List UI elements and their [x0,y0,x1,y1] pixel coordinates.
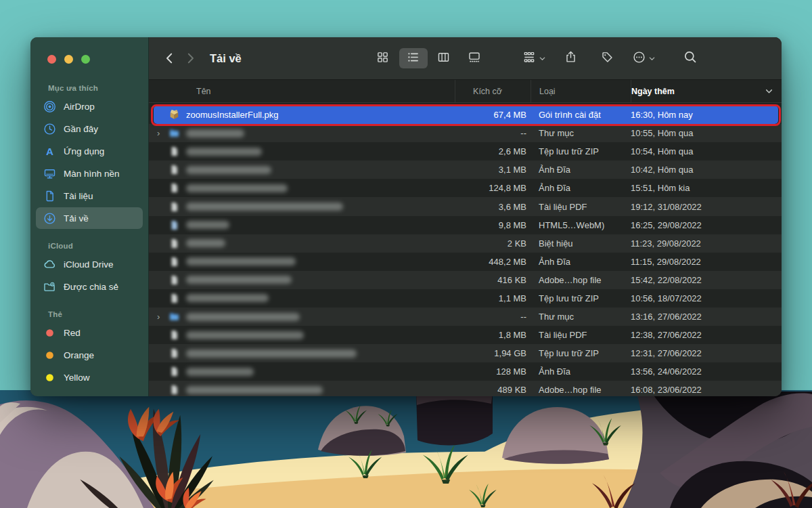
file-row[interactable]: 1,94 GB Tệp lưu trữ ZIP 12:31, 27/06/202… [149,344,782,362]
file-row[interactable]: zoomusInstallerFull.pkg 67,4 MB Gói trìn… [149,106,782,124]
file-name-cell [149,366,455,378]
sidebar-item-màn-hình-nền[interactable]: Màn hình nền [36,163,143,184]
column-view-button[interactable] [430,48,458,68]
file-date-added: 10:42, Hôm qua [631,165,782,175]
file-name-cell [149,219,455,231]
back-button[interactable] [160,48,180,68]
sort-direction-chevron-icon[interactable] [765,87,773,98]
file-date-added: 15:51, Hôm kia [631,183,782,193]
file-kind: Ảnh Đĩa [531,366,631,377]
forward-button[interactable] [180,48,200,68]
document-icon [168,292,181,304]
disclosure-triangle-icon[interactable]: › [157,312,168,321]
sidebar-section-gap [36,298,143,310]
column-header-name[interactable]: Tên [149,80,455,102]
file-date-added: 12:38, 27/06/2022 [631,330,782,340]
file-kind: Adobe…hop file [531,275,631,285]
toolbar-actions [520,48,659,68]
document-icon [168,200,181,213]
file-name-cell [149,384,455,396]
folder-icon [168,311,181,323]
list-header: Tên Kích cỡ Loại Ngày thêm [149,80,782,103]
sidebar-item-airdrop[interactable]: AirDrop [36,96,143,117]
column-header-kind[interactable]: Loại [531,80,631,102]
file-row[interactable]: 416 KB Adobe…hop file 15:42, 22/08/2022 [149,271,782,289]
sidebar-item-label: Tài liệu [64,191,93,201]
redacted-file-name [186,294,269,302]
file-row[interactable]: 2 KB Biệt hiệu 11:23, 29/08/2022 [149,234,782,253]
more-actions-button[interactable] [629,48,659,68]
share-button[interactable] [556,48,586,68]
file-kind: Tệp lưu trữ ZIP [531,146,631,156]
applications-icon: A [43,144,56,158]
sidebar-section-header: Thẻ [36,310,143,322]
sidebar-item-label: Yellow [64,373,90,383]
sidebar-item-ứng-dụng[interactable]: A Ứng dụng [36,140,143,162]
redacted-file-name [186,239,225,247]
file-row[interactable]: 9,8 MB HTML5…WebM) 16:25, 29/08/2022 [149,216,782,234]
tags-icon [601,51,614,66]
gallery-view-button[interactable] [460,48,489,68]
sidebar-item-được-chia-sẻ[interactable]: Được chia sẻ [36,276,143,297]
main-pane: Tải về Tên Kích cỡ Loại [149,37,782,396]
file-row[interactable]: 124,8 MB Ảnh Đĩa 15:51, Hôm kia [149,179,782,197]
file-row[interactable]: 3,6 MB Tài liệu PDF 19:12, 31/08/2022 [149,197,782,215]
window-controls [30,37,148,64]
file-row[interactable]: 3,1 MB Ảnh Đĩa 10:42, Hôm qua [149,161,782,179]
gallery-view-icon [468,51,481,66]
sidebar-item-tài-liệu[interactable]: Tài liệu [36,185,143,207]
list-view-button[interactable] [399,48,428,68]
file-date-added: 12:31, 27/06/2022 [631,348,782,358]
redacted-file-name [186,257,296,266]
redacted-file-name [186,203,343,211]
toolbar: Tải về [149,37,782,80]
search-icon [683,50,697,66]
file-row[interactable]: 1,8 MB Tài liệu PDF 12:38, 27/06/2022 [149,326,782,344]
more-actions-icon [633,51,646,66]
package-icon [168,109,181,121]
close-button[interactable] [47,55,56,64]
file-row[interactable]: › -- Thư mục 13:16, 27/06/2022 [149,308,782,326]
column-header-size[interactable]: Kích cỡ [455,80,531,102]
redacted-file-name [186,166,271,174]
tags-button[interactable] [593,48,623,68]
file-name-cell [149,255,455,268]
disclosure-triangle-icon[interactable]: › [157,129,168,137]
file-name-cell: › [149,127,455,140]
sidebar-item-tải-về[interactable]: Tải về [36,207,143,229]
sidebar-item-orange[interactable]: Orange [36,344,143,366]
redacted-file-name [186,129,244,137]
icon-view-button[interactable] [369,48,397,68]
file-row[interactable]: 128 MB Ảnh Đĩa 13:56, 24/06/2022 [149,362,782,381]
document-icon [168,255,181,268]
sidebar-item-label: Gần đây [64,124,98,134]
file-size: 3,1 MB [455,165,531,175]
file-name-cell: zoomusInstallerFull.pkg [149,109,455,121]
sidebar-item-red[interactable]: Red [36,322,143,343]
search-button[interactable] [683,48,697,68]
minimize-button[interactable] [64,55,73,64]
finder-window: Mục ưa thích AirDrop Gần đây A Ứng dụng … [30,37,782,396]
sidebar-item-yellow[interactable]: Yellow [36,366,143,388]
file-name-cell: › [149,311,455,323]
zoom-button[interactable] [81,55,90,64]
file-kind: Gói trình cài đặt [531,110,631,120]
file-size: 448,2 MB [455,257,531,267]
sidebar-item-gần-đây[interactable]: Gần đây [36,118,143,140]
file-row[interactable]: 448,2 MB Ảnh Đĩa 11:15, 29/08/2022 [149,253,782,271]
sidebar: Mục ưa thích AirDrop Gần đây A Ứng dụng … [30,37,149,396]
sidebar-item-label: iCloud Drive [64,259,114,270]
file-row[interactable]: › -- Thư mục 10:55, Hôm qua [149,124,782,142]
sidebar-item-icloud-drive[interactable]: iCloud Drive [36,253,143,275]
redacted-file-name [186,276,292,284]
file-row[interactable]: 489 KB Adobe…hop file 16:08, 23/06/2022 [149,381,782,396]
file-name-cell [149,164,455,176]
redacted-file-name [186,148,262,156]
group-by-button[interactable] [520,48,549,68]
column-header-date-added[interactable]: Ngày thêm [631,80,782,102]
file-row[interactable]: 1,1 MB Tệp lưu trữ ZIP 10:56, 18/07/2022 [149,289,782,308]
redacted-file-name [186,350,357,358]
window-title: Tải về [210,52,242,65]
desktop-icon [43,167,56,180]
file-row[interactable]: 2,6 MB Tệp lưu trữ ZIP 10:54, Hôm qua [149,142,782,161]
